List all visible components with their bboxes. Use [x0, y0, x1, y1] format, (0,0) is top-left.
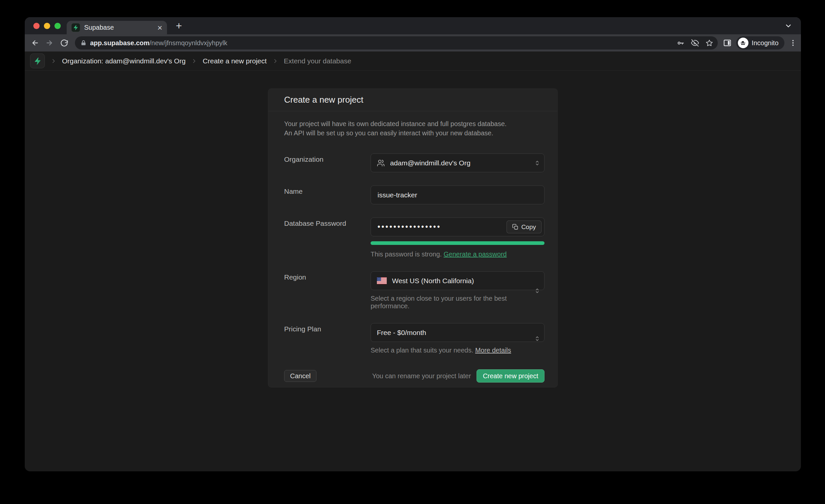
page-title: Create a new project [284, 95, 541, 105]
region-select[interactable]: West US (North California) [371, 271, 544, 290]
kebab-menu-icon[interactable] [789, 39, 797, 47]
region-row: Region [268, 271, 557, 310]
rename-note: You can rename your project later [372, 372, 471, 380]
name-label: Name [284, 186, 371, 204]
password-strength-bar [371, 241, 544, 245]
chevron-right-icon [192, 58, 197, 64]
name-row: Name issue-tracker [268, 186, 557, 204]
omnibox-actions [677, 39, 713, 47]
new-tab-button[interactable]: + [172, 19, 185, 32]
card-footer: Cancel You can rename your project later… [268, 367, 557, 387]
create-project-card: Create a new project Your project will h… [268, 88, 558, 387]
eye-off-icon[interactable] [691, 39, 699, 47]
page-content: Create a new project Your project will h… [25, 71, 801, 471]
copy-icon [512, 224, 518, 230]
toolbar-right: Incognito [723, 36, 797, 50]
pricing-row: Pricing Plan Free - $0/month Select a pl… [268, 323, 557, 354]
organization-row: Organization adam@windmill.dev's Org [268, 153, 557, 172]
traffic-lights [33, 23, 61, 29]
copy-password-button[interactable]: Copy [507, 220, 541, 233]
lock-icon [80, 40, 87, 46]
browser-tab[interactable]: Supabase × [67, 21, 167, 34]
create-new-project-button[interactable]: Create new project [476, 369, 544, 382]
generate-password-link[interactable]: Generate a password [444, 250, 507, 258]
tab-strip: Supabase × + [25, 17, 801, 34]
us-flag-icon [377, 277, 387, 284]
password-row: Database Password •••••••••••••••• Copy … [268, 218, 557, 258]
password-strength-text: This password is strong. [371, 250, 442, 258]
region-label: Region [284, 271, 371, 310]
supabase-favicon-icon [71, 23, 80, 32]
organization-value: adam@windmill.dev's Org [390, 159, 530, 167]
chevron-up-down-icon [534, 160, 540, 166]
password-key-icon[interactable] [677, 39, 684, 47]
name-input[interactable]: issue-tracker [371, 186, 544, 204]
url-domain: app.supabase.com [90, 39, 149, 47]
breadcrumb-item-extend-database: Extend your database [284, 57, 351, 65]
breadcrumb: Organization: adam@windmill.dev's Org Cr… [25, 52, 801, 71]
pricing-helper-text: Select a plan that suits your needs. [371, 347, 473, 354]
organization-select[interactable]: adam@windmill.dev's Org [371, 153, 544, 172]
password-helper: This password is strong. Generate a pass… [371, 250, 544, 258]
pricing-helper: Select a plan that suits your needs. Mor… [371, 347, 544, 354]
organization-label: Organization [284, 153, 371, 172]
pricing-select[interactable]: Free - $0/month [371, 323, 544, 342]
pricing-label: Pricing Plan [284, 323, 371, 354]
description-line-1: Your project will have its own dedicated… [284, 119, 541, 128]
password-label: Database Password [284, 218, 371, 258]
zoom-window-button[interactable] [55, 23, 61, 29]
address-bar[interactable]: app.supabase.com/new/jfnsmqoynldvxjyhpyl… [75, 36, 718, 50]
card-description: Your project will have its own dedicated… [268, 111, 557, 138]
name-value: issue-tracker [378, 191, 417, 199]
description-line-2: An API will be set up so you can easily … [284, 128, 541, 138]
tab-title: Supabase [84, 24, 153, 31]
region-value: West US (North California) [392, 277, 530, 285]
bookmark-star-icon[interactable] [705, 39, 713, 47]
incognito-badge[interactable]: Incognito [736, 36, 784, 50]
back-icon[interactable] [28, 36, 42, 50]
cancel-button[interactable]: Cancel [284, 370, 316, 382]
url-text: app.supabase.com/new/jfnsmqoynldvxjyhpyl… [90, 39, 674, 47]
region-helper: Select a region close to your users for … [371, 295, 544, 310]
close-window-button[interactable] [33, 23, 40, 29]
breadcrumb-item-create-project[interactable]: Create a new project [203, 57, 267, 65]
pricing-value: Free - $0/month [377, 329, 530, 337]
supabase-logo-icon[interactable] [30, 54, 45, 68]
chevron-right-icon [51, 58, 56, 64]
incognito-icon [738, 38, 748, 48]
minimize-window-button[interactable] [44, 23, 50, 29]
incognito-label: Incognito [752, 39, 778, 47]
browser-toolbar: app.supabase.com/new/jfnsmqoynldvxjyhpyl… [25, 34, 801, 52]
reload-icon[interactable] [57, 36, 71, 50]
breadcrumb-item-organization[interactable]: Organization: adam@windmill.dev's Org [62, 57, 185, 65]
forward-icon[interactable] [43, 36, 57, 50]
users-icon [377, 159, 385, 167]
url-path: /new/jfnsmqoynldvxjyhpylk [149, 39, 227, 47]
browser-window: Supabase × + app.supabase.com/new/jfnsmq… [25, 17, 801, 471]
tab-close-icon[interactable]: × [157, 23, 162, 32]
tab-search-chevron-icon[interactable] [784, 22, 792, 30]
chevron-up-down-icon [534, 287, 540, 294]
card-header: Create a new project [268, 89, 557, 111]
chevron-right-icon [273, 58, 278, 64]
chevron-up-down-icon [534, 335, 540, 342]
copy-button-label: Copy [521, 223, 536, 231]
more-details-link[interactable]: More details [475, 347, 511, 354]
side-panel-icon[interactable] [723, 39, 732, 47]
